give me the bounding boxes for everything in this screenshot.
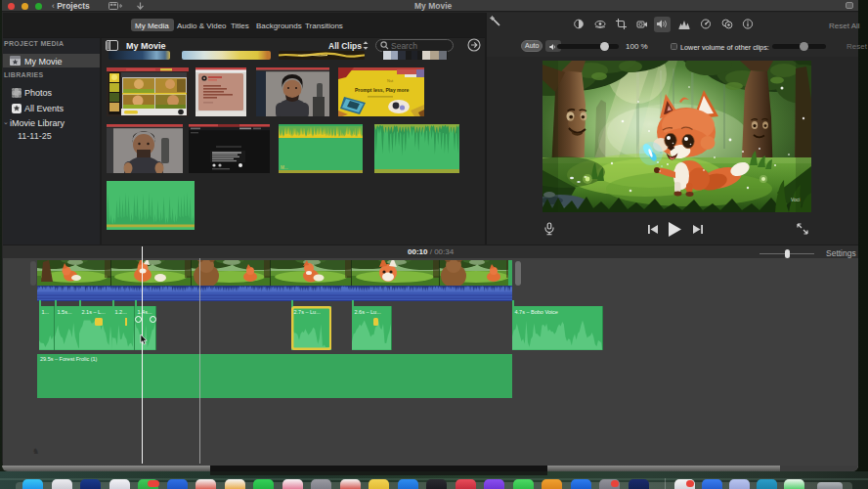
svg-text:1.4s...: 1.4s... xyxy=(137,309,152,315)
svg-text:2.6s – Lu...: 2.6s – Lu... xyxy=(355,309,382,315)
svg-text:2.1s – L...: 2.1s – L... xyxy=(82,309,107,315)
svg-text:1.2...: 1.2... xyxy=(115,309,128,315)
svg-text:4.7s – Bobo Voice: 4.7s – Bobo Voice xyxy=(515,309,558,315)
svg-text:Nut: Nut xyxy=(387,78,394,83)
svg-text:1.5s...: 1.5s... xyxy=(57,309,71,315)
svg-text:M...: M... xyxy=(281,165,288,170)
svg-text:Voci: Voci xyxy=(791,197,800,202)
svg-text:2.7s – Lu...: 2.7s – Lu... xyxy=(294,309,322,315)
svg-text:Prompt less, Play more: Prompt less, Play more xyxy=(355,87,410,93)
svg-text:1...: 1... xyxy=(42,309,50,315)
